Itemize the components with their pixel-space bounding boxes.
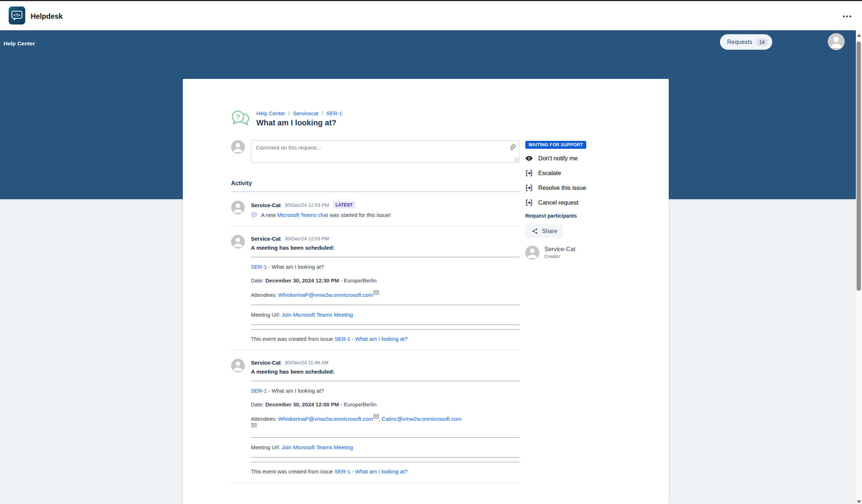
activity-item: Service-Cat 30/Dec/24 12:53 PM LATEST A … [231,192,520,226]
issue-key-link[interactable]: SER-1 [251,264,267,270]
author-name: Service-Cat [251,360,281,366]
issue-link[interactable]: SER-1 - What am I looking at? [335,468,408,474]
author-avatar [231,235,245,249]
meeting-footer-line: This event was created from issue SER-1 … [251,468,520,474]
activity-item: Service-Cat 30/Dec/24 12:03 PM A meeting… [231,226,520,350]
issue-link[interactable]: SER-1 - What am I looking at? [335,336,408,342]
scroll-up-arrow-icon[interactable] [857,34,861,37]
top-header: <?> Helpdesk [0,0,862,30]
breadcrumb-row: ? Help Center/Servicecat/SER-1 What am I… [231,108,520,132]
meeting-url-line: Meeting Url: Join Microsoft Teams Meetin… [251,311,520,319]
helpdesk-logo-icon: <?> [9,6,25,24]
email-icon [373,414,379,419]
request-participants-heading: Request participants [525,213,659,219]
share-label: Share [542,228,557,235]
meeting-url-line: Meeting Url: Join Microsoft Teams Meetin… [251,443,520,451]
request-title: What am I looking at? [256,119,520,128]
requests-button[interactable]: Requests 14 [720,34,772,50]
mail-divider [251,325,520,325]
meeting-issue-line: SER-1 - What am I looking at? [251,263,520,271]
mail-divider [251,257,520,257]
activity-heading: Activity [231,180,520,187]
join-teams-meeting-link[interactable]: Join Microsoft Teams Meeting [282,444,353,450]
timestamp: 30/Dec/24 12:53 PM [285,202,329,208]
scroll-down-arrow-icon[interactable] [857,500,861,503]
more-options-icon[interactable] [841,13,853,19]
attach-file-icon[interactable] [509,144,516,153]
requests-count-badge: 14 [756,38,768,46]
breadcrumb-separator: / [322,111,323,116]
meeting-footer-line: This event was created from issue SER-1 … [251,336,520,342]
meeting-date-line: Date: December 30, 2024 12:00 PM - Europ… [251,400,520,409]
join-teams-meeting-link[interactable]: Join Microsoft Teams Meeting [282,312,353,318]
attendee-email-link[interactable]: WhiskerinaP@vmw2w.onmicrosoft.com [278,292,373,298]
share-icon [531,228,538,235]
user-avatar[interactable] [828,33,845,50]
participant-role: Creator [544,254,575,259]
activity-item: Service-Cat 30/Dec/24 11:46 AM A meeting… [231,350,520,483]
resolve-this-issue-action[interactable]: Resolve this issue [525,183,659,192]
requests-label: Requests [727,39,752,45]
meeting-subject: A meeting has been scheduled: [251,245,520,251]
dont-notify-me-action[interactable]: Don't notify me [525,154,659,162]
meeting-attendees-line: Attendees: WhiskerinaP@vmw2w.onmicrosoft… [251,290,520,299]
chat-message: A new Microsoft Teams chat was started f… [261,212,391,218]
meeting-issue-line: SER-1 - What am I looking at? [251,387,520,395]
comment-input[interactable] [251,141,519,162]
help-bubbles-icon: ? [231,110,251,129]
action-label: Cancel request [538,199,578,206]
request-actions: Don't notify me Escalate Resolve this is… [525,154,659,207]
action-label: Don't notify me [538,155,578,162]
breadcrumb-help-center[interactable]: Help Center [256,110,285,116]
latest-badge: LATEST [333,201,355,209]
mail-divider [251,462,520,462]
eye-icon [525,155,533,162]
comment-row [231,140,520,163]
breadcrumb-ser-1[interactable]: SER-1 [326,110,342,116]
svg-text:?: ? [236,113,240,121]
mail-divider [251,457,520,458]
participant-name: Service-Cat [544,246,575,253]
request-card: ? Help Center/Servicecat/SER-1 What am I… [183,79,669,504]
escalate-action[interactable]: Escalate [525,169,659,177]
request-main-column: ? Help Center/Servicecat/SER-1 What am I… [231,108,520,483]
author-name: Service-Cat [251,236,281,242]
mail-divider [251,381,520,381]
author-avatar [231,359,245,373]
timestamp: 30/Dec/24 12:03 PM [285,236,329,241]
mail-divider [251,305,520,305]
breadcrumb-servicecat[interactable]: Servicecat [293,110,318,116]
cancel-request-action[interactable]: Cancel request [525,198,659,207]
request-sidebar: WAITING FOR SUPPORT Don't notify me Esca… [525,141,659,260]
commenter-avatar [231,140,245,154]
meeting-date-line: Date: December 30, 2024 12:30 PM - Europ… [251,276,520,285]
portal-name: Help Center [4,40,35,47]
attendee-email-link[interactable]: WhiskerinaP@vmw2w.onmicrosoft.com [278,416,373,422]
transition-icon [525,169,533,177]
author-avatar [231,201,245,214]
status-badge: WAITING FOR SUPPORT [525,141,586,149]
meeting-subject: A meeting has been scheduled: [251,369,520,375]
transition-icon [525,199,533,206]
scrollbar-thumb[interactable] [857,41,861,291]
breadcrumb: Help Center/Servicecat/SER-1 [256,108,520,116]
attendee-email-link[interactable]: Catinc@vmw2w.onmicrosoft.com [382,416,461,422]
chat-bubble-icon [251,212,258,218]
breadcrumb-separator: / [288,111,290,116]
action-label: Resolve this issue [538,184,586,191]
share-button[interactable]: Share [525,224,563,238]
meeting-attendees-line: Attendees: WhiskerinaP@vmw2w.onmicrosoft… [251,414,520,432]
svg-text:<?>: <?> [13,13,21,17]
resize-handle[interactable] [514,158,518,162]
timestamp: 30/Dec/24 11:46 AM [285,360,328,365]
participant-row: Service-Cat Creator [525,246,659,260]
issue-key-link[interactable]: SER-1 [251,388,267,394]
participant-avatar [525,246,539,260]
email-icon [373,290,379,295]
comment-box [251,140,520,163]
transition-icon [525,184,533,192]
teams-chat-link[interactable]: Microsoft Teams chat [277,212,328,218]
mail-divider [251,329,520,330]
email-icon [251,423,257,427]
vertical-scrollbar[interactable] [856,30,862,504]
